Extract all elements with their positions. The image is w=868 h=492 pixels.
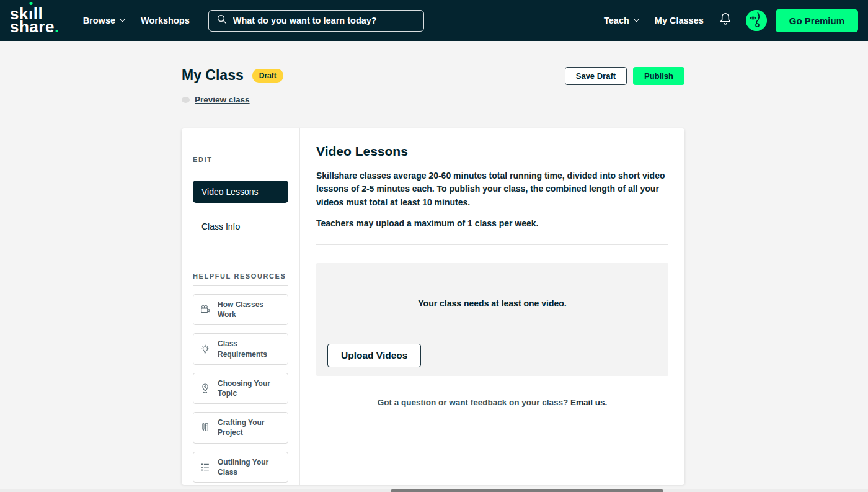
lightbulb-icon	[199, 343, 211, 356]
chevron-down-icon	[633, 18, 640, 23]
avatar-face-illustration	[746, 10, 767, 31]
video-camera-icon	[199, 303, 211, 316]
intro-paragraph: Skillshare classes average 20-60 minutes…	[316, 169, 668, 209]
resource-label: How Classes Work	[218, 300, 282, 320]
sidebar-item-class-info[interactable]: Class Info	[193, 215, 288, 238]
preview-class-row: Preview class	[182, 95, 250, 104]
feedback-question-text: Got a question or want feedback on your …	[378, 398, 570, 407]
resource-label: Choosing Your Topic	[218, 378, 282, 398]
video-upload-panel: Your class needs at least one video. Upl…	[316, 263, 668, 376]
save-draft-button[interactable]: Save Draft	[565, 67, 627, 85]
preview-class-link[interactable]: Preview class	[195, 95, 250, 104]
resource-label: Crafting Your Project	[218, 418, 282, 437]
edit-section-heading: EDIT	[193, 156, 288, 169]
resource-crafting-your-project[interactable]: Crafting Your Project	[193, 412, 288, 443]
user-avatar[interactable]	[746, 10, 767, 31]
resource-label: Class Requirements	[218, 339, 282, 359]
sidebar-item-video-lessons[interactable]: Video Lessons	[193, 181, 288, 203]
panel-divider	[329, 333, 656, 333]
title-group: My Class Draft	[182, 67, 283, 84]
helpful-resources-heading: HELPFUL RESOURCES	[193, 272, 288, 286]
resource-choosing-your-topic[interactable]: Choosing Your Topic	[193, 373, 288, 404]
resource-how-classes-work[interactable]: How Classes Work	[193, 294, 288, 325]
video-lessons-panel: Video Lessons Skillshare classes average…	[300, 128, 684, 485]
edit-nav: Video Lessons Class Info	[193, 181, 288, 238]
header-actions: Save Draft Publish	[565, 67, 684, 85]
nav-my-classes-label: My Classes	[655, 16, 704, 25]
resource-label: Outlining Your Class	[218, 457, 282, 477]
class-editor-card: EDIT Video Lessons Class Info HELPFUL RE…	[182, 128, 684, 485]
publish-button[interactable]: Publish	[633, 67, 684, 85]
status-badge: Draft	[252, 69, 283, 83]
resource-list: How Classes Work Class Requirements Choo…	[193, 294, 288, 485]
logo-green-dot	[29, 2, 32, 5]
nav-my-classes[interactable]: My Classes	[655, 16, 704, 25]
nav-workshops-label: Workshops	[141, 16, 190, 25]
search-icon	[216, 14, 228, 27]
pencil-ruler-icon	[199, 421, 211, 434]
chevron-down-icon	[119, 18, 126, 23]
nav-teach-label: Teach	[604, 16, 629, 25]
nav-browse[interactable]: Browse	[83, 16, 126, 25]
upload-videos-button[interactable]: Upload Videos	[327, 344, 421, 367]
search-input[interactable]	[233, 16, 416, 25]
email-us-link[interactable]: Email us.	[570, 398, 607, 407]
page-title: My Class	[182, 67, 244, 84]
editor-sidebar: EDIT Video Lessons Class Info HELPFUL RE…	[182, 128, 300, 485]
resource-outlining-your-class[interactable]: Outlining Your Class	[193, 452, 288, 483]
horizontal-scrollbar-thumb[interactable]	[391, 489, 663, 492]
eye-icon	[182, 97, 190, 103]
search-bar[interactable]	[208, 10, 424, 32]
map-pin-icon	[199, 382, 211, 395]
section-title: Video Lessons	[316, 144, 668, 159]
resource-class-requirements[interactable]: Class Requirements	[193, 333, 288, 364]
top-navigation-bar: skıll share. Browse Workshops Teach My C…	[0, 0, 868, 41]
empty-state-message: Your class needs at least one video.	[316, 298, 668, 308]
feedback-help-row: Got a question or want feedback on your …	[316, 398, 668, 407]
content-divider	[316, 244, 668, 245]
bell-icon	[719, 12, 732, 29]
nav-workshops[interactable]: Workshops	[141, 16, 190, 25]
nav-browse-label: Browse	[83, 16, 115, 25]
skillshare-logo[interactable]: skıll share.	[10, 7, 60, 34]
logo-line-2: share.	[10, 20, 60, 34]
notifications-button[interactable]	[719, 12, 732, 29]
nav-teach[interactable]: Teach	[604, 16, 640, 25]
upload-limit-paragraph: Teachers may upload a maximum of 1 class…	[316, 217, 668, 230]
go-premium-button[interactable]: Go Premium	[776, 9, 858, 32]
list-icon	[199, 461, 211, 473]
page-header: My Class Draft Save Draft Publish	[182, 67, 684, 85]
